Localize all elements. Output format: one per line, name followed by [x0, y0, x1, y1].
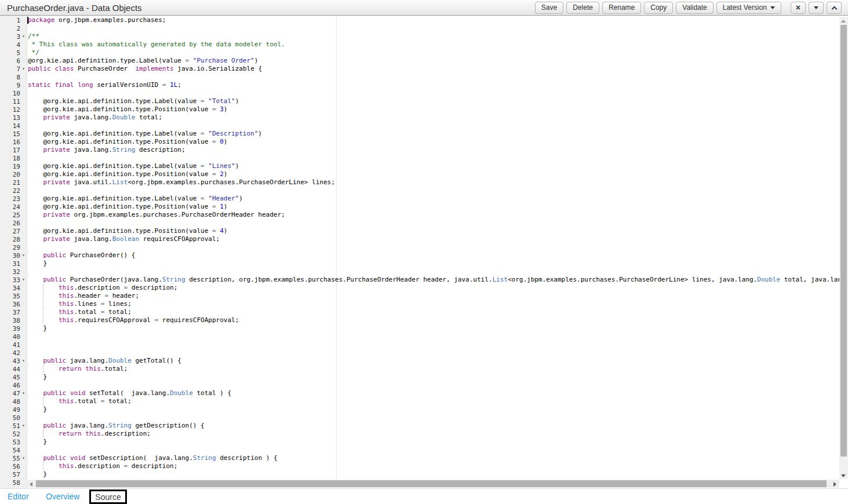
rename-button[interactable]: Rename [602, 2, 641, 14]
gutter-line-number[interactable]: 32 [0, 268, 27, 276]
code-line[interactable]: this.description = description; [28, 284, 839, 292]
code-line[interactable]: static final long serialVersionUID = 1L; [28, 81, 839, 89]
code-line[interactable]: public void setTotal( java.lang.Double t… [28, 389, 839, 397]
gutter-line-number[interactable]: 21 [0, 178, 27, 187]
code-line[interactable]: private java.util.List<org.jbpm.examples… [28, 178, 839, 187]
gutter-line-number[interactable]: 2 [0, 24, 27, 32]
gutter-line-number[interactable]: 30▾ [0, 251, 27, 260]
code-line[interactable] [28, 89, 839, 97]
code-line[interactable]: public void setDescription( java.lang.St… [28, 454, 839, 462]
code-line[interactable]: this.total = total; [28, 308, 839, 316]
code-line[interactable]: @org.kie.api.definition.type.Label(value… [28, 97, 839, 105]
gutter-line-number[interactable]: 54 [0, 446, 27, 454]
gutter-line-number[interactable]: 4 [0, 41, 27, 49]
gutter-line-number[interactable]: 8 [0, 73, 27, 81]
gutter-line-number[interactable]: 34 [0, 284, 27, 292]
gutter-line-number[interactable]: 56 [0, 462, 27, 470]
gutter-line-number[interactable]: 39 [0, 324, 27, 333]
code-line[interactable]: } [28, 324, 839, 333]
code-line[interactable]: return this.description; [28, 430, 839, 438]
code-line[interactable] [28, 414, 839, 422]
gutter-line-number[interactable]: 18 [0, 154, 27, 162]
gutter-line-number[interactable]: 36 [0, 300, 27, 308]
fold-toggle-icon[interactable]: ▾ [20, 422, 27, 430]
code-line[interactable]: @org.kie.api.definition.type.Label(value… [28, 57, 839, 65]
code-line[interactable] [28, 187, 839, 195]
gutter-line-number[interactable]: 27 [0, 227, 27, 235]
panel-menu-button[interactable] [809, 2, 824, 14]
code-line[interactable]: @org.kie.api.definition.type.Position(va… [28, 170, 839, 178]
fold-toggle-icon[interactable]: ▾ [20, 454, 27, 462]
code-line[interactable]: @org.kie.api.definition.type.Position(va… [28, 227, 839, 235]
gutter-line-number[interactable]: 6 [0, 57, 27, 65]
code-line[interactable] [28, 446, 839, 454]
gutter-line-number[interactable]: 44 [0, 365, 27, 373]
scroll-up-icon[interactable] [841, 20, 846, 23]
gutter-line-number[interactable]: 28 [0, 235, 27, 243]
fold-toggle-icon[interactable]: ▾ [20, 276, 27, 284]
gutter-line-number[interactable]: 38 [0, 316, 27, 324]
gutter-line-number[interactable]: 16 [0, 138, 27, 146]
code-line[interactable]: this.lines = lines; [28, 300, 839, 308]
tab-source[interactable]: Source [89, 490, 127, 504]
code-line[interactable]: this.header = header; [28, 292, 839, 300]
code-line[interactable]: */ [28, 49, 839, 57]
code-line[interactable] [28, 219, 839, 227]
gutter-line-number[interactable]: 20 [0, 170, 27, 178]
gutter-line-number[interactable]: 45 [0, 373, 27, 381]
code-line[interactable]: } [28, 373, 839, 381]
tab-overview[interactable]: Overview [46, 492, 79, 501]
gutter-line-number[interactable]: 50 [0, 414, 27, 422]
copy-button[interactable]: Copy [644, 2, 673, 14]
gutter-line-number[interactable]: 9 [0, 81, 27, 89]
gutter-line-number[interactable]: 11 [0, 97, 27, 105]
gutter-line-number[interactable]: 12 [0, 105, 27, 114]
version-dropdown-button[interactable]: Latest Version [716, 2, 781, 14]
gutter-line-number[interactable]: 37 [0, 308, 27, 316]
delete-button[interactable]: Delete [566, 2, 599, 14]
vertical-scrollbar-thumb[interactable] [840, 25, 847, 456]
code-line[interactable]: public PurchaseOrder() { [28, 251, 839, 260]
code-line[interactable] [28, 24, 839, 32]
scroll-right-icon[interactable] [834, 482, 836, 487]
code-line[interactable]: @org.kie.api.definition.type.Label(value… [28, 162, 839, 170]
code-line[interactable]: this.description = description; [28, 462, 839, 470]
code-line[interactable]: @org.kie.api.definition.type.Label(value… [28, 195, 839, 203]
code-line[interactable]: private java.lang.Boolean requiresCFOApp… [28, 235, 839, 243]
code-line[interactable]: public java.lang.String getDescription()… [28, 422, 839, 430]
horizontal-scrollbar-thumb[interactable] [36, 480, 827, 487]
gutter-line-number[interactable]: 13 [0, 114, 27, 122]
gutter-line-number[interactable]: 58 [0, 479, 27, 487]
gutter-line-number[interactable]: 19 [0, 162, 27, 170]
code-line[interactable] [28, 333, 839, 341]
horizontal-scrollbar[interactable] [28, 480, 839, 488]
gutter-line-number[interactable]: 49 [0, 406, 27, 414]
gutter-line-number[interactable]: 43▾ [0, 357, 27, 365]
code-line[interactable]: this.requiresCFOApproval = requiresCFOAp… [28, 316, 839, 324]
gutter-line-number[interactable]: 29 [0, 243, 27, 251]
gutter-line-number[interactable]: 24 [0, 203, 27, 211]
code-line[interactable]: /** [28, 32, 839, 41]
code-line[interactable] [28, 154, 839, 162]
code-line[interactable] [28, 381, 839, 389]
gutter-line-number[interactable]: 25 [0, 211, 27, 219]
code-line[interactable]: @org.kie.api.definition.type.Position(va… [28, 138, 839, 146]
gutter-line-number[interactable]: 40 [0, 333, 27, 341]
gutter-line-number[interactable]: 31 [0, 260, 27, 268]
gutter-line-number[interactable]: 48 [0, 397, 27, 406]
gutter-line-number[interactable]: 33▾ [0, 276, 27, 284]
gutter-line-number[interactable]: 5 [0, 49, 27, 57]
code-line[interactable]: return this.total; [28, 365, 839, 373]
scroll-down-icon[interactable] [841, 474, 846, 477]
code-line[interactable]: public java.lang.Double getTotal() { [28, 357, 839, 365]
code-line[interactable] [28, 341, 839, 349]
save-button[interactable]: Save [535, 2, 563, 14]
fold-toggle-icon[interactable]: ▾ [20, 65, 27, 73]
code-line[interactable] [28, 122, 839, 130]
gutter-line-number[interactable]: 35 [0, 292, 27, 300]
gutter-line-number[interactable]: 17 [0, 146, 27, 154]
gutter-line-number[interactable]: 53 [0, 438, 27, 446]
gutter-line-number[interactable]: 47▾ [0, 389, 27, 397]
code-line[interactable]: @org.kie.api.definition.type.Position(va… [28, 105, 839, 114]
close-button[interactable]: × [791, 2, 806, 14]
